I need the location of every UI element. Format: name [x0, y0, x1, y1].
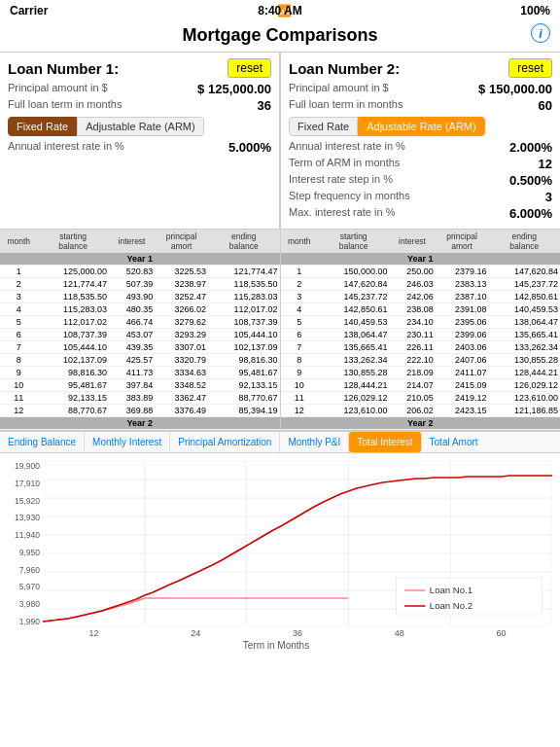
loan2-step-freq-value: 3: [545, 190, 552, 204]
loan2-reset-button[interactable]: reset: [508, 58, 552, 78]
loan1-principal-label: Principal amount in $: [8, 82, 108, 96]
col2-principal: principalamort: [436, 230, 489, 253]
tab-total-interest[interactable]: Total Interest: [349, 432, 420, 452]
loan1-chart-line: [43, 598, 348, 622]
carrier-label: Carrier: [10, 4, 48, 18]
loan2-table-section: month startingbalance interest principal…: [281, 230, 561, 430]
loan2-section: Loan Number 2: reset Principal amount in…: [280, 53, 560, 229]
loan2-max-rate-value: 6.000%: [509, 206, 552, 221]
page-title: Mortgage Comparisons: [0, 21, 560, 52]
table-row: 1 125,000.00 520.83 3225.53 121,774.47: [0, 266, 280, 278]
table-row: 11 92,133.15 383.89 3362.47 88,770.67: [0, 392, 280, 405]
x-axis-title: Term in Months: [0, 638, 552, 655]
table-row: 5 112,017.02 466.74 3279.62 108,737.39: [0, 316, 280, 329]
tab-monthly-pni[interactable]: Monthly P&I: [280, 432, 349, 452]
info-icon[interactable]: i: [531, 23, 550, 43]
loan1-principal-value: $ 125,000.00: [197, 82, 271, 96]
col-end-bal: endingbalance: [208, 230, 280, 253]
loan1-interest-value: 5.000%: [228, 140, 271, 155]
chart-svg: Loan No.1 Loan No.2: [43, 461, 552, 626]
loan2-fixed-rate-tab[interactable]: Fixed Rate: [289, 117, 358, 136]
table-row: 8 102,137.09 425.57 3320.79 98,816.30: [0, 354, 280, 367]
year-row: Year 1: [281, 253, 561, 266]
year-row: Year 1: [0, 253, 280, 266]
col2-month: month: [281, 230, 318, 253]
table-row: 4 115,283.03 480.35 3266.02 112,017.02: [0, 303, 280, 316]
loan2-max-rate-label: Max. interest rate in %: [289, 206, 395, 221]
loan2-rate-step-value: 0.500%: [509, 173, 552, 188]
loan2-step-freq-label: Step frequency in months: [289, 190, 410, 204]
loan2-interest-value: 2.000%: [509, 140, 552, 155]
loan2-term-label: Full loan term in months: [289, 98, 402, 113]
table-row: 6 138,064.47 230.11 2399.06 135,665.41: [281, 329, 561, 341]
table-row: 6 108,737.39 453.07 3293.29 105,444.10: [0, 329, 280, 341]
loan1-section: Loan Number 1: reset Principal amount in…: [0, 53, 280, 229]
loan2-arm-tab[interactable]: Adjustable Rate (ARM): [358, 117, 485, 136]
loan1-title: Loan Number 1:: [8, 60, 119, 77]
y-axis-labels: 19,900 17,910 15,920 13,930 11,940 9,950…: [0, 461, 43, 626]
loan2-arm-term-label: Term of ARM in months: [289, 157, 400, 171]
table-row: 2 147,620.84 246.03 2383.13 145,237.72: [281, 278, 561, 291]
loan2-interest-label: Annual interest rate in %: [289, 140, 405, 155]
loan1-table-section: month startingbalance interest principal…: [0, 230, 281, 430]
loan1-term-value: 36: [258, 98, 271, 113]
tab-total-amort[interactable]: Total Amort: [421, 432, 486, 452]
svg-text:Loan No.2: Loan No.2: [430, 601, 472, 611]
table-row: 3 145,237.72 242.06 2387.10 142,850.61: [281, 291, 561, 303]
x-axis-labels: 12 24 36 48 60: [0, 626, 552, 638]
loan1-term-label: Full loan term in months: [8, 98, 122, 113]
col-interest: interest: [109, 230, 155, 253]
year-row: Year 2: [0, 417, 280, 430]
tab-principal-amort[interactable]: Principal Amortization: [170, 432, 280, 452]
table-row: 10 128,444.21 214.07 2415.09 126,029.12: [281, 379, 561, 392]
table-row: 8 133,262.34 222.10 2407.06 130,855.28: [281, 354, 561, 367]
chart-tabs: Ending Balance Monthly Interest Principa…: [0, 430, 560, 453]
loan2-principal-label: Principal amount in $: [289, 82, 389, 96]
table-row: 5 140,459.53 234.10 2395.06 138,064.47: [281, 316, 561, 329]
loan2-principal-value: $ 150,000.00: [478, 82, 552, 96]
table-row: 7 135,665.41 226.11 2403.06 133,262.34: [281, 341, 561, 354]
loan1-fixed-rate-tab[interactable]: Fixed Rate: [8, 117, 77, 136]
table-row: 11 126,029.12 210.05 2419.12 123,610.00: [281, 392, 561, 405]
time-display: 8:40 AM: [258, 4, 302, 18]
loan2-arm-term-value: 12: [539, 157, 552, 171]
status-bar: Carrier 📶 8:40 AM 100%: [0, 0, 560, 21]
loan2-term-value: 60: [539, 98, 552, 113]
chart-container: 19,900 17,910 15,920 13,930 11,940 9,950…: [0, 453, 560, 662]
table-row: 9 130,855.28 218.09 2411.07 128,444.21: [281, 367, 561, 379]
table-row: 1 150,000.00 250.00 2379.16 147,620.84: [281, 266, 561, 278]
table-row: 9 98,816.30 411.73 3334.63 95,481.67: [0, 367, 280, 379]
col2-start-bal: startingbalance: [318, 230, 390, 253]
tab-monthly-interest[interactable]: Monthly Interest: [85, 432, 170, 452]
svg-text:Loan No.1: Loan No.1: [430, 586, 472, 595]
tab-ending-balance[interactable]: Ending Balance: [0, 432, 85, 452]
loan1-arm-tab[interactable]: Adjustable Rate (ARM): [77, 117, 204, 136]
table-row: 3 118,535.50 493.90 3252.47 115,283.03: [0, 291, 280, 303]
col2-interest: interest: [389, 230, 435, 253]
table-row: 7 105,444.10 439.35 3307.01 102,137.09: [0, 341, 280, 354]
loan1-reset-button[interactable]: reset: [228, 58, 271, 78]
table-row: 2 121,774.47 507.39 3238.97 118,535.50: [0, 278, 280, 291]
battery-label: 100%: [520, 4, 550, 18]
table-row: 12 88,770.67 369.88 3376.49 85,394.19: [0, 405, 280, 417]
col-principal: principalamort: [155, 230, 208, 253]
table-row: 10 95,481.67 397.84 3348.52 92,133.15: [0, 379, 280, 392]
table-row: 12 123,610.00 206.02 2423.15 121,186.85: [281, 405, 561, 417]
col2-end-bal: endingbalance: [488, 230, 560, 253]
loan1-interest-label: Annual interest rate in %: [8, 140, 124, 155]
col-month: month: [0, 230, 37, 253]
year-row: Year 2: [281, 417, 561, 430]
col-start-bal: startingbalance: [37, 230, 109, 253]
loan2-rate-step-label: Interest rate step in %: [289, 173, 393, 188]
loan2-title: Loan Number 2:: [289, 60, 400, 77]
table-row: 4 142,850.61 238.08 2391.08 140,459.53: [281, 303, 561, 316]
